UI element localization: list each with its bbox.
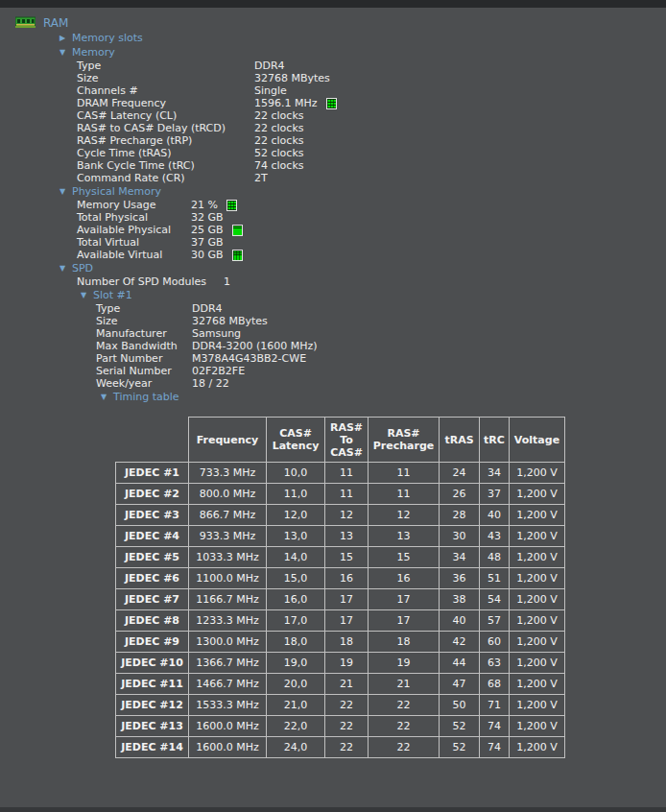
info-row: Memory Usage21 %: [0, 199, 666, 211]
timing-cell: 1,200 V: [510, 463, 565, 484]
info-label: Part Number: [96, 352, 192, 365]
timing-cell: 28: [440, 505, 480, 526]
timing-cell: 1533.3 MHz: [189, 695, 267, 716]
timing-cell: 13: [325, 526, 369, 547]
timing-cell: 74: [480, 716, 510, 737]
timing-cell: 18: [325, 632, 369, 653]
timing-cell: 74: [480, 737, 510, 758]
timing-cell: 11: [325, 463, 369, 484]
info-label: Bank Cycle Time (tRC): [77, 159, 254, 172]
info-label: DRAM Frequency: [77, 97, 254, 109]
timing-cell: 19: [325, 653, 369, 674]
info-label: Total Virtual: [77, 236, 191, 249]
timing-cell: 12: [325, 505, 369, 526]
timing-row: JEDEC #2800.0 MHz11,0111126371,200 V: [116, 484, 565, 505]
timing-cell: 1166.7 MHz: [189, 589, 267, 610]
info-row: Total Physical32 GB: [0, 211, 666, 224]
info-row: Week/year18 / 22: [0, 377, 666, 390]
tree-item-memory-slots[interactable]: ▶ Memory slots: [0, 31, 666, 45]
timing-cell: 52: [440, 716, 480, 737]
chevron-right-icon: ▶: [59, 31, 72, 45]
timing-cell: 1466.7 MHz: [189, 674, 267, 695]
info-value: 22 clocks: [254, 122, 303, 134]
timing-cell: 17: [369, 610, 440, 632]
timing-row-label: JEDEC #6: [116, 568, 189, 589]
timing-cell: 1,200 V: [510, 674, 565, 695]
tree-item-label: Slot #1: [93, 289, 132, 301]
timing-header-cell: RAS# Precharge: [369, 418, 440, 463]
timing-cell: 57: [480, 610, 510, 632]
timing-row: JEDEC #91300.0 MHz18,0181842601,200 V: [116, 632, 565, 653]
info-label: Cycle Time (tRAS): [77, 147, 254, 159]
timing-cell: 42: [440, 632, 480, 653]
info-row: Size32768 MBytes: [0, 315, 666, 327]
info-label: Available Virtual: [77, 249, 191, 261]
timing-cell: 68: [480, 674, 510, 695]
usage-graph-icon[interactable]: [326, 98, 337, 109]
timing-cell: 17: [369, 589, 440, 610]
info-row: DRAM Frequency1596.1 MHz: [0, 97, 666, 109]
timing-header-row: FrequencyCAS# LatencyRAS# To CAS#RAS# Pr…: [116, 418, 565, 463]
timing-cell: 60: [480, 632, 510, 653]
chevron-down-icon: ▼: [59, 261, 72, 275]
timing-header-cell: tRC: [480, 418, 510, 463]
timing-row: JEDEC #111466.7 MHz20,0212147681,200 V: [116, 674, 565, 695]
info-label: Size: [96, 315, 192, 327]
timing-cell: 34: [440, 547, 480, 568]
timing-row-label: JEDEC #14: [116, 737, 189, 758]
timing-cell: 63: [480, 653, 510, 674]
timing-cell: 1366.7 MHz: [189, 653, 267, 674]
info-value: 18 / 22: [192, 377, 229, 390]
timing-cell: 22: [369, 716, 440, 737]
info-value: 25 GB: [191, 224, 224, 236]
info-row: TypeDDR4: [0, 60, 666, 72]
tree-item-label: Memory: [72, 46, 115, 59]
timing-cell: 24,0: [267, 737, 325, 758]
memory-info-section: TypeDDR4Size32768 MBytesChannels #Single…: [0, 60, 666, 184]
info-value: 30 GB: [191, 249, 224, 261]
usage-graph-icon[interactable]: [232, 250, 243, 261]
info-label: Memory Usage: [77, 199, 191, 211]
tree-item-timing-table[interactable]: ▼ Timing table: [0, 390, 666, 404]
info-label: Manufacturer: [96, 327, 192, 340]
info-value: DDR4: [254, 60, 285, 72]
slot1-info-section: TypeDDR4Size32768 MBytesManufacturerSams…: [0, 302, 666, 390]
timing-cell: 12,0: [267, 505, 325, 526]
physical-memory-section: Memory Usage21 %Total Physical32 GBAvail…: [0, 199, 666, 261]
tree-item-label: Physical Memory: [72, 185, 161, 198]
timing-row: JEDEC #3866.7 MHz12,0121228401,200 V: [116, 505, 565, 526]
timing-cell: 800.0 MHz: [189, 484, 267, 505]
usage-graph-icon[interactable]: [226, 200, 237, 211]
info-label: RAS# Precharge (tRP): [77, 134, 254, 147]
timing-row: JEDEC #81233.3 MHz17,0171740571,200 V: [116, 610, 565, 632]
timing-cell: 1300.0 MHz: [189, 632, 267, 653]
timing-cell: 18,0: [267, 632, 325, 653]
info-value: DDR4: [192, 302, 223, 315]
usage-graph-icon[interactable]: [232, 225, 243, 236]
timing-row: JEDEC #1733.3 MHz10,0111124341,200 V: [116, 463, 565, 484]
timing-cell: 933.3 MHz: [189, 526, 267, 547]
chevron-down-icon: ▼: [59, 184, 72, 199]
info-row: RAS# Precharge (tRP)22 clocks: [0, 134, 666, 147]
timing-header-spacer: [116, 418, 189, 463]
timing-cell: 15,0: [267, 568, 325, 589]
info-value: 32768 MBytes: [192, 315, 268, 327]
timing-cell: 11: [369, 484, 440, 505]
tree-item-spd[interactable]: ▼ SPD: [0, 261, 666, 275]
timing-cell: 1,200 V: [510, 568, 565, 589]
timing-row: JEDEC #61100.0 MHz15,0161636511,200 V: [116, 568, 565, 589]
tree-item-memory[interactable]: ▼ Memory: [0, 45, 666, 60]
info-value: 32 GB: [191, 211, 224, 224]
timing-cell: 13,0: [267, 526, 325, 547]
ram-section-header: RAM: [15, 14, 666, 31]
timing-cell: 37: [480, 484, 510, 505]
timing-cell: 1,200 V: [510, 632, 565, 653]
tree-item-physical-memory[interactable]: ▼ Physical Memory: [0, 184, 666, 199]
info-value: 37 GB: [191, 236, 224, 249]
timing-cell: 44: [440, 653, 480, 674]
timing-cell: 20,0: [267, 674, 325, 695]
timing-cell: 11: [325, 484, 369, 505]
tree-item-slot1[interactable]: ▼ Slot #1: [0, 288, 666, 302]
info-row: Bank Cycle Time (tRC)74 clocks: [0, 159, 666, 172]
info-value: 21 %: [191, 199, 218, 211]
